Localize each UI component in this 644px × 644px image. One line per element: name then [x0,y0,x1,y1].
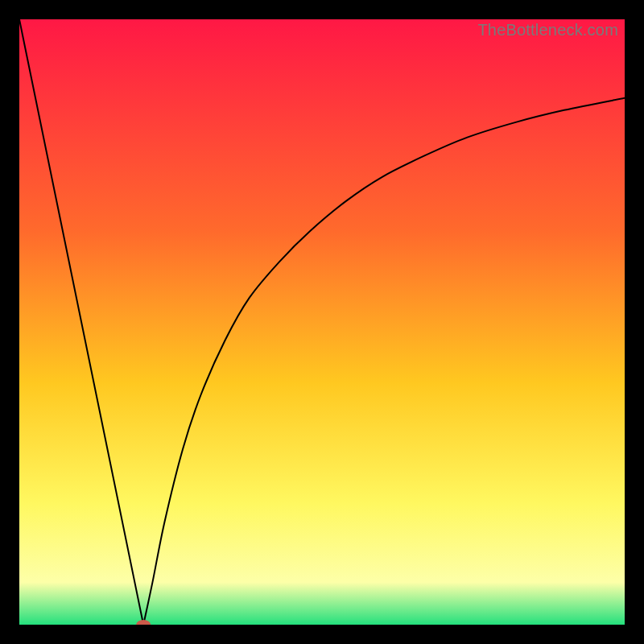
chart-plot [19,19,625,625]
chart-frame: TheBottleneck.com [19,19,625,625]
gradient-background [19,19,625,625]
watermark-label: TheBottleneck.com [477,21,618,39]
